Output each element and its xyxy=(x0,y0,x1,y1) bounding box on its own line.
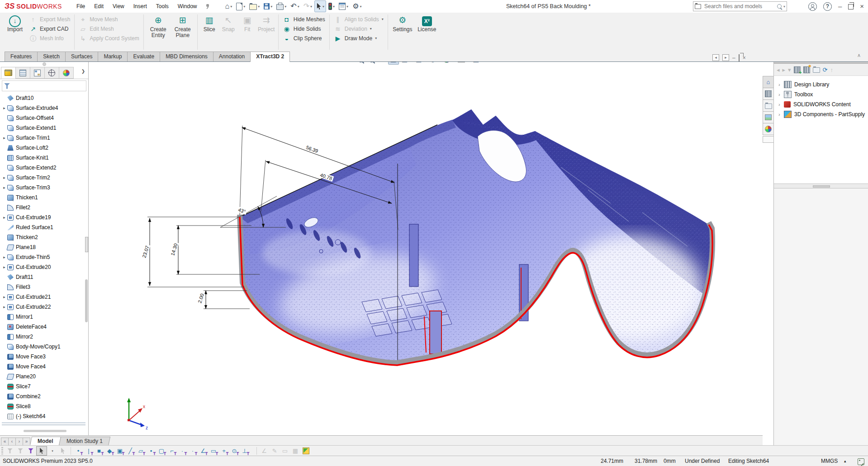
ribbon-button[interactable]: ⊞Create Plane xyxy=(171,14,195,39)
feature-tree-item[interactable]: ▸ Plane20 xyxy=(0,372,88,381)
lasso-select-button[interactable] xyxy=(58,447,68,455)
dimension-value[interactable]: 40.78 xyxy=(318,172,334,182)
command-tab[interactable]: Annotation xyxy=(213,52,251,61)
feature-tree-item[interactable]: ▸ Mirror2 xyxy=(0,332,88,342)
command-tab[interactable]: Markup xyxy=(98,52,128,61)
sketch-tool-button[interactable]: ▦ xyxy=(290,447,300,455)
feature-tree-item[interactable]: ▸ Surface-Offset4 xyxy=(0,113,88,123)
selection-filter-button[interactable]: ∙ xyxy=(188,447,198,455)
feature-tree-item[interactable]: ▸ (-) Sketch64 xyxy=(0,411,88,421)
document-window-button[interactable] xyxy=(739,55,740,61)
tree-horizontal-scrollbar[interactable] xyxy=(24,430,66,432)
selection-filter-button[interactable]: ⊙ xyxy=(229,447,239,455)
units-selector[interactable]: MMGS xyxy=(821,456,838,466)
library-tool-button[interactable]: ↑ xyxy=(830,66,834,73)
feature-tree-item[interactable]: ▸ Ruled Surface1 xyxy=(0,222,88,232)
task-pane-tab[interactable]: ⌂ xyxy=(763,76,773,88)
sketch-tool-button[interactable] xyxy=(301,447,311,455)
tree-filter-bar[interactable] xyxy=(2,80,86,91)
dimension-value[interactable]: 56.39 xyxy=(304,144,320,154)
feature-tree-item[interactable]: ▸ Draft11 xyxy=(0,272,88,282)
quick-tool-button[interactable]: ⚙ ▾ xyxy=(351,0,363,12)
chevron-right-icon[interactable]: › xyxy=(778,92,784,97)
panel-splitter-handle[interactable] xyxy=(85,237,88,252)
search-icon[interactable] xyxy=(777,4,782,9)
feature-tree-item[interactable]: ▸ Move Face3 xyxy=(0,352,88,362)
feature-tree-item[interactable]: ▸ Surface-Extend1 xyxy=(0,123,88,133)
ribbon-button[interactable]: ▥Slice xyxy=(200,14,219,33)
feature-tree-item[interactable]: ▸ Surface-Extrude4 xyxy=(0,103,88,113)
library-tool-button[interactable]: ▾ xyxy=(788,66,791,73)
quick-tool-button[interactable]: ▾ xyxy=(314,0,326,12)
panel-splitter-dot[interactable] xyxy=(43,62,46,66)
selection-filter-button[interactable]: • xyxy=(73,447,83,455)
feature-tree-item[interactable]: ▸ Plane18 xyxy=(0,242,88,252)
feature-tree-item[interactable]: ▸ Surface-Trim1 xyxy=(0,133,88,143)
featuremanager-tab[interactable] xyxy=(15,67,30,79)
feature-tree-item[interactable]: ▸ Slice8 xyxy=(0,401,88,411)
selection-filter-button[interactable]: + xyxy=(219,447,229,455)
ribbon-button[interactable]: ▱Edit Mesh xyxy=(77,24,141,33)
dimension-value[interactable]: 14.30 xyxy=(170,242,179,257)
search-dropdown-icon[interactable]: ▾ xyxy=(783,5,785,9)
minimize-button[interactable]: – xyxy=(838,0,842,13)
close-button[interactable]: × xyxy=(860,0,864,13)
document-window-button[interactable]: ▸ xyxy=(722,54,729,61)
task-pane-tab[interactable] xyxy=(763,123,773,135)
task-pane-strip-scroll[interactable] xyxy=(763,136,773,143)
feature-tree-item[interactable]: ▸ Cut-Extrude21 xyxy=(0,292,88,302)
featuremanager-tab[interactable] xyxy=(44,67,59,79)
feature-tree-item[interactable]: ▸ Slice7 xyxy=(0,381,88,391)
ribbon-button[interactable]: ▶Draw Mode ▾ xyxy=(332,33,385,43)
selection-filter-button[interactable]: ⌐ xyxy=(167,447,177,455)
menu-item[interactable]: Window xyxy=(173,0,202,13)
library-tree-item[interactable]: › SOLIDWORKS Content xyxy=(774,99,868,109)
tab-nav-button[interactable]: « xyxy=(1,438,9,446)
feature-tree-item[interactable]: ▸ Cut-Extrude19 xyxy=(0,212,88,222)
menu-item[interactable]: File xyxy=(72,0,90,13)
units-caret-icon[interactable]: ▴ xyxy=(844,456,846,466)
quick-tool-button[interactable]: ▾ xyxy=(327,0,337,12)
feature-tree-item[interactable]: ▸ Combine2 xyxy=(0,391,88,401)
selection-filter-button[interactable]: ■ xyxy=(94,447,104,455)
ribbon-button[interactable]: ⓘMesh Info xyxy=(27,33,72,43)
ribbon-button[interactable]: ≋Deviation ▾ xyxy=(332,24,385,33)
command-tab[interactable]: Evaluate xyxy=(127,52,160,61)
feature-tree-item[interactable]: ▸ Surface-Trim2 xyxy=(0,173,88,183)
feature-tree-item[interactable]: ▸ Surface-Knit1 xyxy=(0,153,88,163)
pin-menu-icon[interactable] xyxy=(205,4,210,9)
ribbon-button[interactable]: ⇉Project xyxy=(257,14,276,33)
task-pane-splitter[interactable] xyxy=(774,184,868,188)
chevron-right-icon[interactable]: › xyxy=(778,112,784,117)
featuremanager-tab[interactable] xyxy=(30,67,45,79)
select-dropdown[interactable]: ▾ xyxy=(47,447,57,455)
task-pane-tab[interactable] xyxy=(763,111,773,123)
feature-tree-item[interactable]: ▸ Thicken2 xyxy=(0,232,88,242)
model-tab[interactable]: Model xyxy=(30,437,61,446)
quick-tool-button[interactable]: ▾ xyxy=(234,0,247,12)
document-window-button[interactable]: ◂ xyxy=(712,54,719,61)
ribbon-button[interactable]: ▣Fit xyxy=(238,14,257,33)
search-input[interactable] xyxy=(703,3,777,10)
ribbon-button[interactable]: ⌖Move Mesh xyxy=(77,14,141,24)
quick-tool-button[interactable]: ↶ ▾ xyxy=(289,0,301,12)
selection-filter-button[interactable]: ▣ xyxy=(115,447,125,455)
selection-filter-button[interactable]: · xyxy=(177,447,187,455)
feature-tree-item[interactable]: ▸ Surface-Extend2 xyxy=(0,163,88,173)
quick-tool-button[interactable]: ▾ xyxy=(262,0,274,12)
expand-icon[interactable]: ▸ xyxy=(1,305,7,309)
feature-tree-item[interactable]: ▸ Fillet3 xyxy=(0,282,88,292)
library-tool-button[interactable]: ⟳ xyxy=(823,66,828,73)
dimension-value[interactable]: 2.00 xyxy=(197,292,205,305)
chevron-right-icon[interactable]: › xyxy=(778,82,784,87)
quick-tool-button[interactable]: ↷ ▾ xyxy=(302,0,314,12)
library-tool-button[interactable] xyxy=(794,66,801,73)
collapse-ribbon-icon[interactable]: ∧ xyxy=(857,52,861,58)
dimension-value[interactable]: 43° xyxy=(237,207,247,215)
ribbon-button[interactable]: ↓ Import xyxy=(3,14,27,33)
expand-icon[interactable]: ▸ xyxy=(1,265,7,269)
selection-filter-button[interactable]: | xyxy=(84,447,94,455)
expand-icon[interactable]: ▸ xyxy=(1,295,7,299)
rollback-bar[interactable] xyxy=(2,423,85,425)
menu-item[interactable]: Tools xyxy=(152,0,173,13)
